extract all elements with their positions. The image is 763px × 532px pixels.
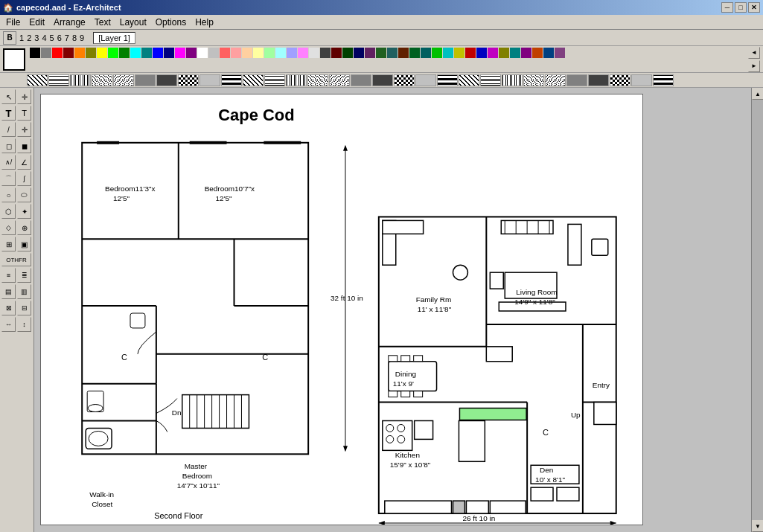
menu-help[interactable]: Help [191, 16, 218, 29]
color-swatch-38[interactable] [454, 48, 464, 58]
pattern-swatch-10[interactable] [243, 74, 264, 86]
toolbar-1[interactable]: 1 [19, 33, 24, 42]
pattern-swatch-8[interactable] [199, 74, 220, 86]
toolbar-9[interactable]: 9 [80, 33, 84, 42]
toolbar-5[interactable]: 5 [50, 33, 54, 42]
toolbar-b-button[interactable]: B [3, 31, 16, 45]
color-swatch-22[interactable] [275, 48, 286, 58]
select-tool[interactable]: ↖ [1, 89, 16, 104]
palette-scroll-left[interactable]: ◄ [748, 47, 760, 59]
line-tool[interactable]: / [1, 122, 16, 137]
pattern-swatch-25[interactable] [566, 74, 587, 86]
pattern-swatch-19[interactable] [437, 74, 458, 86]
pattern-swatch-20[interactable] [459, 74, 479, 86]
door-tool[interactable]: ▥ [17, 284, 31, 299]
fill-tool[interactable]: ≣ [17, 268, 31, 283]
move-tool[interactable]: ✛ [17, 122, 31, 137]
pattern-swatch-3[interactable] [92, 74, 112, 86]
pattern-swatch-11[interactable] [264, 74, 285, 86]
rect-tool[interactable]: ◻ [1, 138, 16, 153]
menu-file[interactable]: File [1, 16, 25, 29]
color-swatch-20[interactable] [253, 48, 264, 58]
color-swatch-42[interactable] [499, 48, 509, 58]
arc-tool[interactable]: ⌒ [1, 171, 16, 186]
hatch-tool[interactable]: ≡ [1, 268, 16, 283]
color-swatch-43[interactable] [510, 48, 520, 58]
poly-tool[interactable]: ∧/ [1, 155, 16, 170]
stair-tool[interactable]: ⊟ [17, 301, 31, 315]
pattern-swatch-0[interactable] [27, 74, 48, 86]
scroll-up-button[interactable]: ▲ [752, 88, 763, 100]
color-swatch-14[interactable] [186, 48, 197, 58]
palette-scroll-right[interactable]: ► [748, 60, 760, 72]
color-swatch-29[interactable] [354, 48, 364, 58]
curve-tool[interactable]: ∫ [17, 171, 31, 186]
measure-v-tool[interactable]: ↕ [17, 317, 31, 332]
pattern-swatch-29[interactable] [653, 74, 674, 86]
color-swatch-40[interactable] [476, 48, 487, 58]
color-swatch-24[interactable] [298, 48, 308, 58]
wall-tool[interactable]: ▤ [1, 284, 16, 299]
toolbar-7[interactable]: 7 [65, 33, 69, 42]
pattern-swatch-16[interactable] [372, 74, 393, 86]
color-swatch-3[interactable] [63, 48, 74, 58]
pattern-swatch-13[interactable] [307, 74, 328, 86]
pattern-swatch-5[interactable] [135, 74, 156, 86]
measure-h-tool[interactable]: ↔ [1, 317, 16, 332]
toolbar-3[interactable]: 3 [34, 33, 39, 42]
pattern-swatch-9[interactable] [221, 74, 242, 86]
color-swatch-27[interactable] [331, 48, 342, 58]
pattern-swatch-21[interactable] [480, 74, 501, 86]
pattern-swatch-23[interactable] [523, 74, 544, 86]
color-swatch-7[interactable] [108, 48, 118, 58]
color-swatch-16[interactable] [208, 48, 219, 58]
pattern-swatch-12[interactable] [286, 74, 307, 86]
menu-layout[interactable]: Layout [115, 16, 151, 29]
maximize-button[interactable]: □ [735, 2, 747, 13]
color-swatch-6[interactable] [97, 48, 107, 58]
text-tool-serif[interactable]: T [1, 106, 16, 121]
circle-tool[interactable]: ○ [1, 188, 16, 202]
color-swatch-23[interactable] [287, 48, 297, 58]
color-swatch-1[interactable] [41, 48, 51, 58]
color-swatch-31[interactable] [376, 48, 386, 58]
color-swatch-4[interactable] [74, 48, 85, 58]
color-swatch-19[interactable] [242, 48, 252, 58]
dimension-tool[interactable]: ◇ [1, 220, 16, 235]
menu-arrange[interactable]: Arrange [49, 16, 90, 29]
color-swatch-15[interactable] [197, 48, 208, 58]
color-swatch-18[interactable] [231, 48, 241, 58]
color-swatch-9[interactable] [130, 48, 141, 58]
menu-text[interactable]: Text [90, 16, 115, 29]
pattern-swatch-17[interactable] [394, 74, 415, 86]
zoom-tool[interactable]: ⊕ [17, 220, 31, 235]
color-swatch-32[interactable] [387, 48, 398, 58]
color-swatch-25[interactable] [309, 48, 319, 58]
color-swatch-17[interactable] [220, 48, 230, 58]
pattern-swatch-22[interactable] [502, 74, 523, 86]
close-button[interactable]: ✕ [748, 2, 760, 13]
color-swatch-33[interactable] [398, 48, 409, 58]
color-swatch-30[interactable] [365, 48, 375, 58]
pattern-swatch-4[interactable] [113, 74, 134, 86]
color-swatch-13[interactable] [175, 48, 185, 58]
toolbar-4[interactable]: 4 [42, 33, 46, 42]
menu-edit[interactable]: Edit [25, 16, 49, 29]
color-swatch-10[interactable] [141, 48, 152, 58]
menu-options[interactable]: Options [151, 16, 191, 29]
toolbar-6[interactable]: 6 [57, 33, 62, 42]
color-swatch-44[interactable] [521, 48, 531, 58]
canvas-area[interactable]: Cape Cod [34, 88, 763, 532]
color-swatch-35[interactable] [421, 48, 431, 58]
color-swatch-47[interactable] [555, 48, 565, 58]
pattern-swatch-28[interactable] [631, 74, 652, 86]
pattern-swatch-18[interactable] [415, 74, 436, 86]
pattern-swatch-26[interactable] [588, 74, 609, 86]
pattern-swatch-1[interactable] [48, 74, 69, 86]
color-swatch-45[interactable] [532, 48, 543, 58]
pattern-tool[interactable]: ▣ [17, 237, 31, 251]
color-swatch-36[interactable] [432, 48, 442, 58]
crosshair-tool[interactable]: ✛ [17, 89, 31, 104]
color-swatch-11[interactable] [153, 48, 163, 58]
color-swatch-21[interactable] [264, 48, 275, 58]
